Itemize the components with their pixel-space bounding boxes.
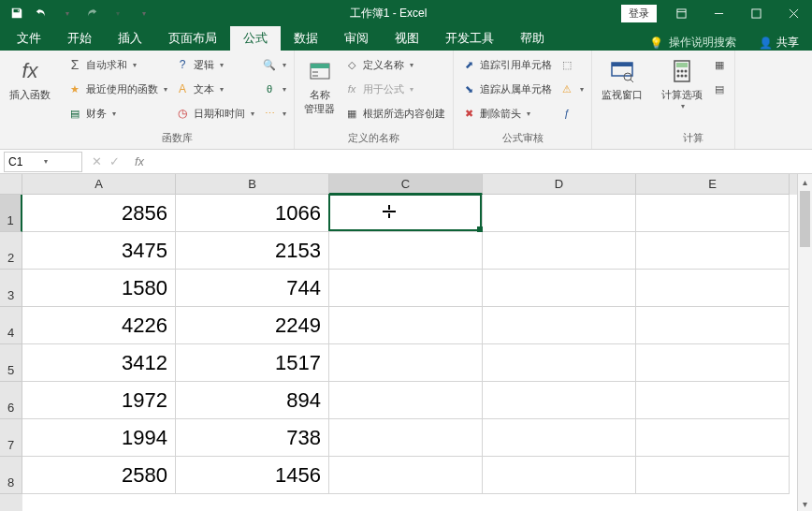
insert-function-button[interactable]: fx 插入函数 xyxy=(4,52,56,147)
logical-button[interactable]: ?逻辑▾ xyxy=(171,52,258,77)
cell[interactable] xyxy=(636,270,790,307)
column-header[interactable]: E xyxy=(636,174,790,195)
cell[interactable] xyxy=(483,382,636,419)
cell[interactable] xyxy=(329,195,483,232)
cell[interactable] xyxy=(636,307,790,344)
cell[interactable] xyxy=(636,344,790,382)
cell[interactable] xyxy=(329,307,483,344)
tab-文件[interactable]: 文件 xyxy=(4,26,54,51)
lookup-button[interactable]: 🔍▾ xyxy=(258,52,290,77)
more-functions-button[interactable]: ⋯▾ xyxy=(258,101,290,125)
row-header[interactable]: 2 xyxy=(0,232,22,270)
tab-开始[interactable]: 开始 xyxy=(54,26,105,51)
calc-sheet-button[interactable]: ▤ xyxy=(708,77,731,101)
row-header[interactable]: 6 xyxy=(0,382,22,419)
spreadsheet-grid[interactable]: ABCDE 12345678 2856106634752153158074442… xyxy=(0,174,812,511)
undo-icon[interactable] xyxy=(30,2,52,24)
ribbon-options-icon[interactable] xyxy=(662,0,700,26)
cell[interactable]: 2153 xyxy=(176,232,329,270)
cell[interactable] xyxy=(329,232,483,270)
use-in-formula-button[interactable]: fx用于公式▾ xyxy=(341,77,449,101)
cell[interactable] xyxy=(636,457,790,494)
row-header[interactable]: 3 xyxy=(0,270,22,307)
create-from-selection-button[interactable]: ▦根据所选内容创建 xyxy=(341,101,449,125)
row-header[interactable]: 1 xyxy=(0,195,22,232)
trace-precedents-button[interactable]: ⬈追踪引用单元格 xyxy=(457,52,556,77)
cell[interactable]: 1994 xyxy=(22,419,176,457)
trace-dependents-button[interactable]: ⬊追踪从属单元格 xyxy=(457,77,556,101)
cell[interactable]: 1066 xyxy=(176,195,329,232)
formula-input[interactable] xyxy=(150,152,812,172)
define-name-button[interactable]: ◇定义名称▾ xyxy=(341,52,449,77)
scroll-thumb[interactable] xyxy=(800,191,810,247)
tab-开发工具[interactable]: 开发工具 xyxy=(432,26,507,51)
column-headers[interactable]: ABCDE xyxy=(22,174,797,195)
undo-dropdown[interactable]: ▾ xyxy=(56,2,79,24)
cell[interactable] xyxy=(636,232,790,270)
cell[interactable] xyxy=(636,382,790,419)
evaluate-button[interactable]: ƒ xyxy=(556,101,587,125)
cell[interactable] xyxy=(483,232,636,270)
error-check-button[interactable]: ⚠▾ xyxy=(556,77,587,101)
math-button[interactable]: θ▾ xyxy=(258,77,290,101)
vertical-scrollbar[interactable]: ▴ ▾ xyxy=(797,174,812,511)
cell[interactable] xyxy=(483,344,636,382)
cell[interactable] xyxy=(483,195,636,232)
cell[interactable] xyxy=(329,382,483,419)
cell[interactable]: 3412 xyxy=(22,344,176,382)
cell[interactable] xyxy=(329,457,483,494)
cell[interactable] xyxy=(636,419,790,457)
tab-公式[interactable]: 公式 xyxy=(230,26,281,51)
share-button[interactable]: 👤 共享 xyxy=(746,35,812,51)
financial-button[interactable]: ▤财务▾ xyxy=(64,101,171,125)
cell[interactable]: 1456 xyxy=(176,457,329,494)
calc-options-button[interactable]: 计算选项▾ xyxy=(656,52,708,129)
redo-icon[interactable] xyxy=(80,2,103,24)
login-button[interactable]: 登录 xyxy=(621,5,657,22)
cell[interactable]: 894 xyxy=(176,382,329,419)
tab-审阅[interactable]: 审阅 xyxy=(331,26,382,51)
cell[interactable]: 2249 xyxy=(176,307,329,344)
cell[interactable] xyxy=(329,344,483,382)
text-button[interactable]: A文本▾ xyxy=(171,77,258,101)
datetime-button[interactable]: ◷日期和时间▾ xyxy=(171,101,258,125)
watch-window-button[interactable]: 监视窗口 xyxy=(596,52,648,147)
cell[interactable] xyxy=(636,195,790,232)
column-header[interactable]: B xyxy=(176,174,329,195)
tab-页面布局[interactable]: 页面布局 xyxy=(155,26,230,51)
show-formulas-button[interactable]: ⬚ xyxy=(556,52,587,77)
cell[interactable] xyxy=(483,270,636,307)
cell[interactable]: 1580 xyxy=(22,270,176,307)
cell[interactable]: 2580 xyxy=(22,457,176,494)
column-header[interactable]: A xyxy=(22,174,176,195)
cell[interactable] xyxy=(483,457,636,494)
scroll-up-icon[interactable]: ▴ xyxy=(798,174,812,189)
cell[interactable] xyxy=(329,270,483,307)
tab-数据[interactable]: 数据 xyxy=(281,26,331,51)
recent-functions-button[interactable]: ★最近使用的函数▾ xyxy=(64,77,171,101)
cell[interactable] xyxy=(483,419,636,457)
cell[interactable]: 2856 xyxy=(22,195,176,232)
minimize-icon[interactable] xyxy=(700,0,737,26)
cell[interactable]: 3475 xyxy=(22,232,176,270)
save-icon[interactable] xyxy=(6,2,28,24)
scroll-down-icon[interactable]: ▾ xyxy=(798,496,812,511)
row-header[interactable]: 8 xyxy=(0,457,22,494)
qat-customize[interactable]: ▾ xyxy=(133,2,155,24)
tell-me-search[interactable]: 💡 操作说明搜索 xyxy=(640,35,746,51)
chevron-down-icon[interactable]: ▾ xyxy=(44,157,78,166)
calc-now-button[interactable]: ▦ xyxy=(708,52,731,77)
maximize-icon[interactable] xyxy=(737,0,775,26)
row-header[interactable]: 5 xyxy=(0,344,22,382)
cell[interactable] xyxy=(329,419,483,457)
row-header[interactable]: 4 xyxy=(0,307,22,344)
tab-插入[interactable]: 插入 xyxy=(105,26,155,51)
cell[interactable]: 1517 xyxy=(176,344,329,382)
select-all-corner[interactable] xyxy=(0,174,22,195)
tab-视图[interactable]: 视图 xyxy=(382,26,432,51)
fx-icon[interactable]: fx xyxy=(129,154,150,168)
cell[interactable]: 738 xyxy=(176,419,329,457)
column-header[interactable]: C xyxy=(329,174,483,195)
remove-arrows-button[interactable]: ✖删除箭头▾ xyxy=(457,101,556,125)
tab-帮助[interactable]: 帮助 xyxy=(507,26,558,51)
